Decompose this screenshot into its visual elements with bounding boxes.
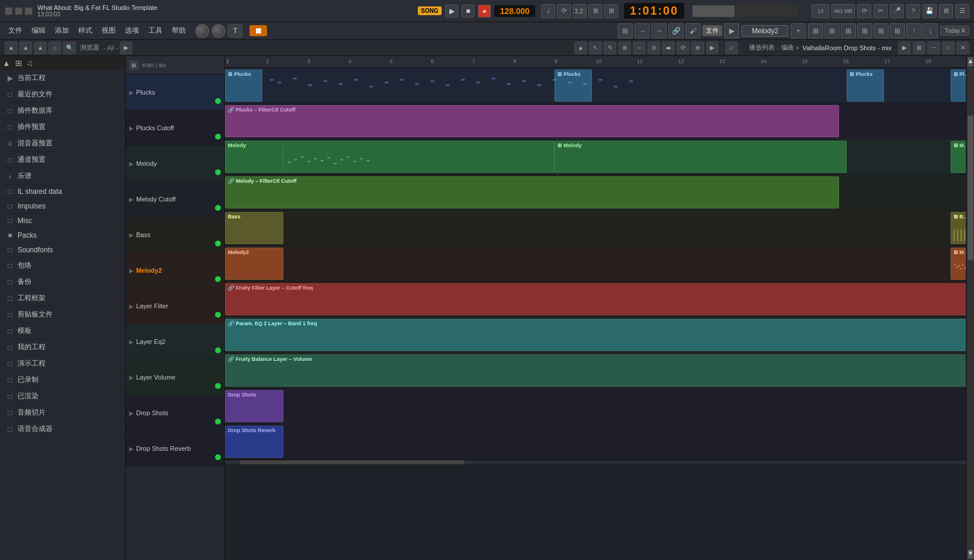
block-melody-2[interactable]: ⊞ Melody [554, 141, 847, 173]
scroll-up-btn[interactable]: ▲ [968, 57, 973, 67]
pl-slip-icon[interactable]: ◂▸ [662, 41, 675, 54]
block-drop-shots-reverb-label[interactable]: Drop Shots Reverb [225, 426, 283, 458]
track-row-drop-shots-reverb[interactable]: ▶ Drop Shots Reverb [126, 431, 224, 467]
track-row-plucks-cutoff[interactable]: ▶ Plucks Cutoff [126, 110, 224, 146]
collapse-icon-drop-shots-reverb[interactable]: ▶ [129, 446, 134, 452]
sidebar-item-my-projects[interactable]: □ 我的工程 [0, 339, 125, 356]
track-row-melody[interactable]: ▶ Melody [126, 146, 224, 182]
up-icon[interactable]: ▲ [34, 41, 47, 54]
scroll-track[interactable] [968, 68, 973, 548]
sidebar-item-demo[interactable]: □ 演示工程 [0, 356, 125, 372]
block-melody2-label[interactable]: Melody2 [225, 248, 283, 280]
lane-plucks-cutoff[interactable]: 🔗 Plucks – FilterCtl Cutoff [225, 103, 974, 139]
home-icon[interactable]: ⌂ [48, 41, 61, 54]
block-layer-eq2[interactable]: 🔗 Param. EQ 2 Layer – Band 1 freq [225, 319, 974, 351]
collapse-icon-melody2[interactable]: ▶ [129, 267, 134, 274]
block-drop-shots-label[interactable]: Drop Shots [225, 390, 283, 422]
metronome-icon[interactable]: ♩ [541, 4, 555, 18]
pl-audio-icon[interactable]: ♫ [725, 41, 738, 54]
track-collapse-all[interactable]: ⊞ [129, 61, 138, 70]
sidebar-move-icon[interactable]: ⊞ [15, 58, 22, 68]
sidebar-item-misc[interactable]: □ Misc [0, 214, 125, 228]
block-melody-label[interactable]: Melody [225, 141, 283, 173]
sidebar-item-clipboard[interactable]: □ 剪贴板文件 [0, 307, 125, 323]
menu-file[interactable]: 文件 [5, 25, 26, 37]
win-close-icon[interactable]: ✕ [956, 41, 969, 54]
sidebar-item-audio-clips[interactable]: □ 音频切片 [0, 405, 125, 421]
menu-options[interactable]: 选项 [122, 25, 143, 37]
refresh-icon[interactable]: ⟳ [857, 4, 871, 18]
sidebar-item-voice-synth[interactable]: □ 语音合成器 [0, 421, 125, 437]
track-row-drop-shots[interactable]: ▶ Drop Shots [126, 395, 224, 431]
block-bass-label[interactable]: Bass [225, 212, 283, 244]
block-layer-volume[interactable]: 🔗 Fruity Balance Layer – Volume [225, 354, 974, 387]
block-plucks-cutoff[interactable]: 🔗 Plucks – FilterCtl Cutoff [225, 105, 839, 137]
track-row-melody-cutoff[interactable]: ▶ Melody Cutoff [126, 182, 224, 217]
sidebar-item-scores[interactable]: ♪ 乐谱 [0, 168, 125, 185]
preset-name[interactable]: Melody2 [741, 25, 788, 37]
collapse-icon-layer-volume[interactable]: ▶ [129, 374, 134, 381]
track-icon[interactable]: ⊞ [824, 23, 840, 39]
win-max-icon[interactable]: □ [942, 41, 955, 54]
track-dot-drop-shots-reverb[interactable] [215, 454, 221, 460]
block-plucks-3[interactable]: ⊞ Plucks [847, 69, 884, 102]
track-dot-melody[interactable] [215, 169, 221, 175]
pattern-icon[interactable]: ⊞ [618, 23, 633, 39]
up-icon[interactable]: ↑ [906, 23, 921, 39]
scroll-thumb[interactable] [968, 116, 973, 260]
track-row-melody2[interactable]: ▶ Melody2 [126, 253, 224, 288]
sidebar-item-mixer-presets[interactable]: ≡ 混音器预置 [0, 135, 125, 152]
stop-button[interactable]: ■ [462, 5, 474, 18]
lane-melody-cutoff[interactable]: 🔗 Melody – FilterCtl Cutoff [225, 175, 974, 210]
pl-lasso-icon[interactable]: ○ [633, 41, 646, 54]
lane-bass[interactable]: Bass ⊞ Bass [225, 210, 974, 246]
menu-edit[interactable]: 编辑 [28, 25, 49, 37]
master-volume-knob[interactable] [195, 24, 209, 38]
collapse-icon-drop-shots[interactable]: ▶ [129, 410, 134, 416]
lane-drop-shots-reverb[interactable]: Drop Shots Reverb [225, 424, 974, 460]
vertical-scrollbar[interactable]: ▲ ▼ [966, 56, 974, 560]
window-buttons[interactable] [5, 7, 33, 15]
pl-up-icon[interactable]: ▲ [574, 41, 587, 54]
menu-style[interactable]: 样式 [75, 25, 96, 37]
collapse-icon-layer-filter[interactable]: ▶ [129, 303, 134, 309]
menu-tools[interactable]: 工具 [145, 25, 166, 37]
grid-icon[interactable]: ▶ [724, 23, 739, 39]
punch-icon[interactable]: ⊞ [588, 4, 602, 18]
close-btn[interactable] [5, 7, 13, 15]
menu-help[interactable]: 帮助 [168, 25, 189, 37]
arrange-icon[interactable]: ⊞ [857, 23, 872, 39]
track-row-layer-filter[interactable]: ▶ Layer Filter [126, 288, 224, 324]
collapse-icon-melody[interactable]: ▶ [129, 161, 134, 167]
track-dot-plucks-cutoff[interactable] [215, 134, 221, 140]
record-button[interactable]: ● [478, 5, 491, 18]
menu-add[interactable]: 添加 [51, 25, 72, 37]
pl-mute-icon[interactable]: ⊘ [647, 41, 660, 54]
sidebar-item-templates[interactable]: □ 模板 [0, 323, 125, 339]
lane-melody2[interactable]: Melody2 ⊞ Melody2 [225, 246, 974, 281]
collapse-icon[interactable]: ⊞ [808, 23, 823, 39]
menu-view[interactable]: 视图 [98, 25, 119, 37]
block-layer-filter[interactable]: 🔗 Fruity Filter Layer – Cutoff freq [225, 283, 974, 315]
scissors-icon[interactable]: ✂ [874, 4, 888, 18]
pl-zoom-icon[interactable]: ⊕ [691, 41, 704, 54]
track-dot-plucks[interactable] [215, 98, 221, 104]
sidebar-scroll-up[interactable]: ▲ [2, 58, 11, 68]
sidebar-item-recent-files[interactable]: □ 最近的文件 [0, 86, 125, 103]
sidebar-item-packs[interactable]: ■ Packs [0, 228, 125, 243]
track-row-layer-eq2[interactable]: ▶ Layer Eq2 [126, 324, 224, 360]
save-icon[interactable]: 💾 [923, 4, 937, 18]
forward-icon[interactable]: ▲ [19, 41, 32, 54]
sidebar-item-recorded[interactable]: □ 已录制 [0, 372, 125, 388]
collapse-icon-plucks-cutoff[interactable]: ▶ [129, 125, 134, 131]
pl-cursor-icon[interactable]: ↖ [589, 41, 602, 54]
track-dot-layer-filter[interactable] [215, 312, 221, 318]
sidebar-item-backup[interactable]: □ 备份 [0, 274, 125, 290]
win-scroll-icon[interactable]: ⊠ [913, 41, 926, 54]
lane-layer-volume[interactable]: 🔗 Fruity Balance Layer – Volume [225, 353, 974, 388]
breadcrumb-arrow-icon[interactable]: ▶ [898, 41, 911, 54]
plus-icon[interactable]: + [791, 23, 806, 39]
loop-icon[interactable]: ⟳ [557, 4, 571, 18]
curve-icon[interactable]: ~ [651, 23, 667, 39]
sidebar-item-framework[interactable]: □ 工程框架 [0, 290, 125, 307]
